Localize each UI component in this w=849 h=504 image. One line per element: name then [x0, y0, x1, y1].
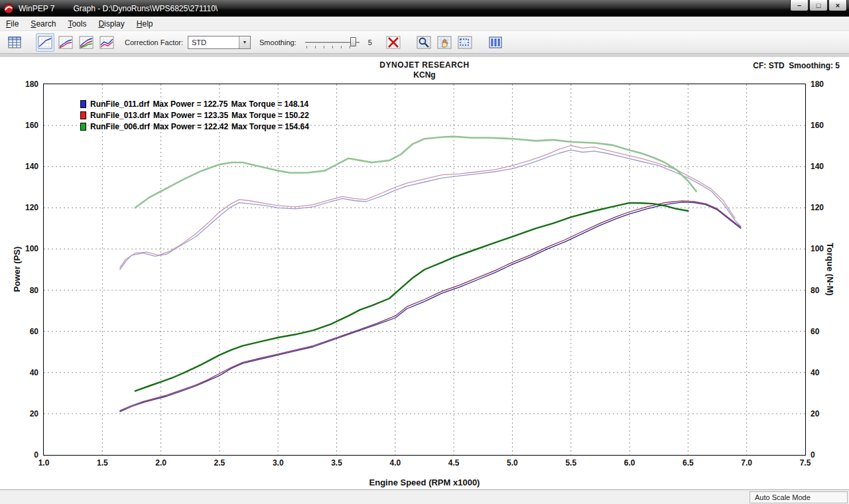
- close-icon: ×: [836, 2, 840, 9]
- menu-tools[interactable]: Tools: [62, 17, 92, 31]
- graph-view-3-button[interactable]: [77, 33, 96, 52]
- slider-thumb[interactable]: [350, 37, 356, 46]
- data-columns-button[interactable]: [486, 33, 505, 52]
- x-tick-label: 4.0: [390, 458, 401, 468]
- chart-subtitle: KCNg: [0, 70, 849, 80]
- y-tick-label-right: 160: [811, 121, 824, 130]
- legend-file: RunFile_011.drf: [90, 99, 149, 109]
- menu-file[interactable]: File: [0, 17, 25, 31]
- x-axis-title: Engine Speed (RPM x1000): [369, 477, 480, 487]
- chart-legend: RunFile_011.drf Max Power = 122.75 Max T…: [80, 99, 312, 133]
- y-tick-label-right: 20: [811, 409, 819, 418]
- graph-view-4-button[interactable]: [98, 33, 116, 52]
- x-tick-label: 2.5: [214, 458, 226, 468]
- menu-help[interactable]: Help: [131, 17, 159, 31]
- y-axis-right-title: Torque (N-M): [825, 243, 835, 296]
- smoothing-slider[interactable]: [304, 36, 361, 49]
- series-runfile-006-power-ps-: [135, 203, 688, 391]
- combo-dropdown-button[interactable]: ▼: [239, 36, 250, 48]
- spreadsheet-button[interactable]: [5, 33, 24, 52]
- legend-file: RunFile_013.drf: [90, 111, 150, 120]
- smoothing-label: Smoothing:: [259, 38, 296, 46]
- y-tick-label-right: 180: [811, 80, 824, 89]
- y-axis-left-title: Power (PS): [12, 247, 22, 292]
- legend-max-torque: Max Torque = 154.64: [231, 122, 309, 131]
- legend-row: RunFile_006.drf Max Power = 122.42 Max T…: [80, 122, 312, 131]
- chart-settings-readout: CF: STD Smoothing: 5: [753, 61, 840, 70]
- menu-display[interactable]: Display: [92, 17, 130, 31]
- toolbar: Correction Factor: STD ▼ Smoothing: 5: [0, 31, 849, 54]
- legend-max-torque: Max Torque = 148.14: [231, 99, 308, 109]
- plot-area[interactable]: 1.01.52.02.53.03.54.04.55.05.56.06.57.07…: [43, 84, 806, 456]
- spreadsheet-icon: [8, 36, 21, 48]
- x-tick-label: 1.5: [97, 458, 108, 468]
- y-tick-label-right: 80: [811, 286, 819, 295]
- legend-swatch: [80, 100, 86, 108]
- window-controls: – □ ×: [790, 0, 849, 11]
- title-bar: WinPEP 7 Graph - D:\DynoRuns\WPS6825\271…: [0, 0, 849, 17]
- scale-mode-indicator: Auto Scale Mode: [750, 491, 848, 503]
- correction-factor-value: STD: [188, 38, 239, 46]
- y-tick-label-left: 120: [25, 203, 38, 212]
- menu-search[interactable]: Search: [25, 17, 62, 31]
- x-tick-label: 5.0: [507, 458, 518, 468]
- graph-view-2-icon: [58, 36, 73, 49]
- zoom-box-button[interactable]: [456, 33, 474, 52]
- x-tick-label: 4.5: [448, 458, 460, 468]
- x-tick-label: 6.0: [624, 458, 635, 468]
- legend-file: RunFile_006.drf: [90, 122, 150, 131]
- y-tick-label-right: 60: [811, 327, 819, 336]
- pan-button[interactable]: [435, 33, 454, 52]
- y-tick-label-left: 140: [25, 162, 38, 171]
- y-tick-label-left: 60: [30, 327, 38, 336]
- minimize-icon: –: [797, 2, 801, 9]
- close-button[interactable]: ×: [828, 0, 847, 11]
- status-bar: Auto Scale Mode: [0, 489, 849, 504]
- y-tick-label-left: 180: [25, 80, 38, 89]
- x-tick-label: 5.5: [565, 458, 576, 468]
- series-runfile-011-power-ps-: [120, 202, 741, 412]
- correction-factor-label: Correction Factor:: [125, 38, 183, 46]
- y-tick-label-right: 40: [811, 368, 819, 377]
- delete-run-icon: [386, 36, 401, 49]
- legend-swatch: [80, 123, 86, 131]
- app-name: WinPEP 7: [19, 4, 54, 13]
- y-tick-label-left: 100: [25, 244, 38, 253]
- chevron-down-icon: ▼: [243, 40, 247, 44]
- maximize-icon: □: [816, 2, 821, 9]
- graph-view-4-icon: [99, 36, 114, 49]
- y-tick-label-left: 0: [34, 450, 38, 460]
- x-tick-label: 1.0: [38, 458, 50, 468]
- plot-canvas: [44, 84, 805, 455]
- y-tick-label-left: 160: [25, 121, 38, 130]
- y-tick-label-left: 20: [30, 409, 38, 418]
- graph-view-1-button[interactable]: [36, 33, 54, 52]
- legend-swatch: [80, 111, 86, 119]
- zoom-in-button[interactable]: [415, 33, 433, 52]
- x-tick-label: 7.5: [800, 458, 811, 468]
- maximize-button[interactable]: □: [809, 0, 828, 11]
- legend-max-power: Max Power = 123.35: [153, 111, 228, 120]
- graph-view-1-icon: [38, 36, 52, 49]
- x-tick-label: 7.0: [741, 458, 752, 468]
- pan-hand-icon: [437, 36, 452, 49]
- series-runfile-011-torque-n-m-: [120, 150, 741, 269]
- y-tick-label-left: 80: [30, 286, 38, 295]
- x-tick-label: 2.0: [155, 458, 166, 468]
- x-tick-label: 3.5: [331, 458, 342, 468]
- chart-title: DYNOJET RESEARCH: [0, 60, 849, 70]
- x-tick-label: 6.5: [683, 458, 694, 468]
- correction-factor-select[interactable]: STD ▼: [188, 36, 251, 49]
- y-tick-label-right: 140: [811, 162, 824, 171]
- graph-view-2-button[interactable]: [56, 33, 75, 52]
- series-runfile-013-power-ps-: [120, 201, 741, 410]
- delete-run-button[interactable]: [384, 33, 403, 52]
- legend-max-power: Max Power = 122.75: [153, 99, 228, 109]
- smoothing-value: 5: [368, 38, 372, 46]
- legend-max-torque: Max Torque = 150.22: [231, 111, 309, 120]
- zoom-box-icon: [458, 36, 472, 49]
- x-tick-label: 3.0: [273, 458, 284, 468]
- minimize-button[interactable]: –: [790, 0, 809, 11]
- window-title: Graph - D:\DynoRuns\WPS6825\271110\: [73, 4, 218, 13]
- y-tick-label-left: 40: [30, 368, 38, 377]
